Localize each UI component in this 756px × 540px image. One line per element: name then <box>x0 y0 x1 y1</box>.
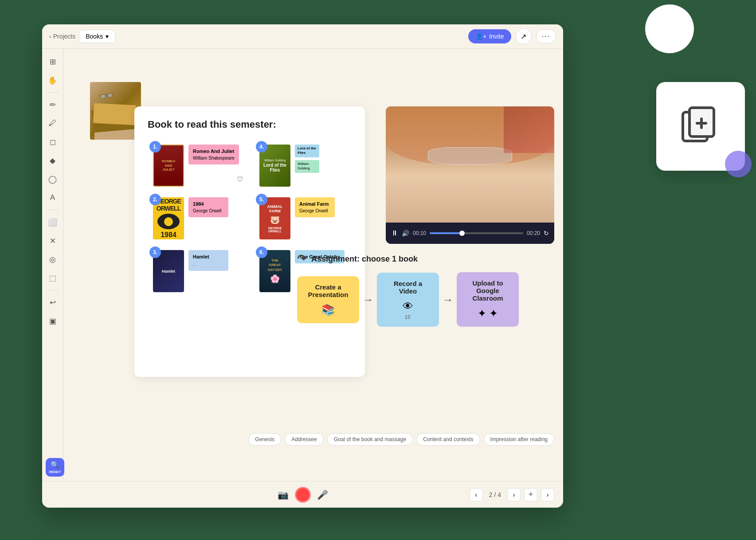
current-project-selector[interactable]: Books ▾ <box>79 30 115 43</box>
chevron-left-icon: ‹ <box>49 33 51 40</box>
arrow-icon-2: → <box>443 293 453 306</box>
hamlet-cover-text: Hamlet <box>160 267 177 275</box>
video-face-area <box>386 106 554 223</box>
book-number-6: 6. <box>256 247 267 258</box>
book-item-2: 2. GEORGEORWELL 1984 1984 George Orwell <box>153 197 245 239</box>
pencil-tool-button[interactable]: ✏ <box>45 97 60 112</box>
book-number-5: 5. <box>256 194 267 205</box>
invite-label: Invite <box>489 33 504 40</box>
step-3-upload: Upload toGoogleClasroom ✦ ✦ <box>457 272 519 327</box>
reset-icon: 🔍 <box>51 461 59 469</box>
bg-decorative-circle <box>645 4 694 53</box>
floating-accent-circle <box>725 151 752 177</box>
step-2-record-video: Record aVideo 👁 15' <box>377 273 439 327</box>
microphone-button[interactable]: 🎤 <box>317 489 328 500</box>
assignment-title-area: ↷ Assignment: choose 1 book <box>297 253 554 265</box>
book-number-4: 4. <box>256 141 267 153</box>
last-page-button[interactable]: › <box>541 488 554 501</box>
fill-tool-button[interactable]: ◆ <box>45 153 60 168</box>
select-tool-button[interactable]: ⬜ <box>45 215 60 230</box>
book-item-3: 3. Hamlet Hamlet ... <box>153 250 245 292</box>
more-dots-label: ··· <box>542 32 550 40</box>
orwell-sticky: 1984 George Orwell <box>188 197 228 217</box>
lotf-stickies: Lord of the Flies William Golding <box>295 145 319 173</box>
step-2-icon: 👁 <box>385 300 431 313</box>
tab-addressee-label: Addressee <box>291 436 317 442</box>
camera-button[interactable]: 📷 <box>278 489 289 500</box>
book-number-3: 3. <box>149 247 161 258</box>
video-content <box>386 106 554 223</box>
tab-content-label: Content and contexts <box>423 436 473 442</box>
frame-select-button[interactable]: ⬚ <box>45 270 60 286</box>
lotf-sticky-1: Lord of the Flies <box>295 145 319 157</box>
shape-tool-button[interactable]: ◯ <box>45 172 60 187</box>
book-stack-graphic: 👓 <box>90 82 141 140</box>
toolbar-divider-2 <box>47 210 59 210</box>
page-indicator: 2 / 4 <box>486 491 505 498</box>
video-player: ⏸ 🔊 00:10 00:20 ↻ <box>386 106 554 244</box>
book-item-1: 1. ROMEOANDJULIET Romeo And Juliet Willi… <box>153 145 245 187</box>
book-number-1: 1. <box>149 141 161 153</box>
copy-plus-icon <box>678 103 723 148</box>
tab-genesis[interactable]: Genesis <box>248 433 281 446</box>
more-options-button[interactable]: ··· <box>536 29 556 43</box>
tab-impression-label: Impression after reading <box>490 436 548 442</box>
recording-controls: 📷 🎤 <box>278 487 328 503</box>
tab-genesis-label: Genesis <box>255 436 274 442</box>
app-window: ‹ Projects Books ▾ 👤+ Invite ↗ ··· ⊞ ✋ <box>42 24 563 508</box>
assignment-area: ↷ Assignment: choose 1 book Create aPres… <box>297 253 554 355</box>
current-project-label: Books <box>86 33 103 40</box>
projects-link[interactable]: ‹ Projects <box>49 33 75 40</box>
step-1-icon: 📚 <box>305 304 351 316</box>
video-progress-bar[interactable] <box>430 232 523 234</box>
step-2-sub: 15' <box>385 314 431 320</box>
video-time-total: 00:20 <box>527 230 540 236</box>
tab-goal[interactable]: Goal of the book and massage <box>327 433 413 446</box>
step-3-icon: ✦ ✦ <box>465 307 511 320</box>
tab-content[interactable]: Content and contexts <box>416 433 480 446</box>
tab-goal-label: Goal of the book and massage <box>334 436 406 442</box>
prev-page-button[interactable]: ‹ <box>470 488 483 501</box>
volume-button[interactable]: 🔊 <box>402 230 409 237</box>
add-page-button[interactable]: + <box>524 488 537 501</box>
tab-addressee[interactable]: Addressee <box>285 433 323 446</box>
invite-button[interactable]: 👤+ Invite <box>468 29 511 43</box>
tab-impression[interactable]: Impression after reading <box>484 433 554 446</box>
video-progress-thumb <box>459 231 465 236</box>
video-bg-decor <box>504 106 554 153</box>
reset-button[interactable]: 🔍 RESET <box>46 458 64 477</box>
target-tool-button[interactable]: ◎ <box>45 252 60 267</box>
video-progress-fill <box>430 232 462 234</box>
text-tool-button[interactable]: A <box>45 190 60 205</box>
animalfarm-cover-text: ANIMALFARM 🐷 GEORGE ORWELL <box>259 203 290 235</box>
next-page-button[interactable]: › <box>507 488 521 501</box>
book-item-4: 4. William Golding Lord of the Flies Lor… <box>259 145 352 187</box>
hand-tool-button[interactable]: ✋ <box>45 73 60 88</box>
record-button[interactable] <box>295 487 311 503</box>
eraser-tool-button[interactable]: ◻ <box>45 134 60 149</box>
replay-button[interactable]: ↻ <box>544 230 549 237</box>
romeo-cover-text: ROMEOANDJULIET <box>162 159 175 172</box>
main-card-title: Book to read this semester: <box>148 119 352 130</box>
marker-tool-button[interactable]: 🖊 <box>45 116 60 131</box>
gatsby-cover-text: THEGREATGATSBY 🌸 <box>266 257 284 286</box>
left-toolbar: ⊞ ✋ ✏ 🖊 ◻ ◆ ◯ A ⬜ ✕ ◎ ⬚ ↩ ▣ <box>42 49 63 481</box>
page-nav-controls: ‹ 2 / 4 › <box>470 488 521 501</box>
copy-icon-group <box>678 103 723 149</box>
projects-label: Projects <box>53 33 76 40</box>
bottom-bar: 🔍 RESET 📷 🎤 ‹ 2 / 4 › + › <box>42 481 563 508</box>
present-button[interactable]: ▣ <box>45 313 60 329</box>
close-tool-button[interactable]: ✕ <box>45 233 60 248</box>
romeo-sticky: Romeo And Juliet William Shakespeare ♡ <box>188 145 239 164</box>
bottom-tabs: Genesis Addressee Goal of the book and m… <box>248 433 554 446</box>
play-pause-button[interactable]: ⏸ <box>391 229 398 237</box>
video-controls: ⏸ 🔊 00:10 00:20 ↻ <box>386 223 554 244</box>
step-1-create-presentation: Create aPresentation 📚 <box>297 276 359 323</box>
frames-tool-button[interactable]: ⊞ <box>45 54 60 69</box>
book-layer-3 <box>93 103 136 125</box>
undo-button[interactable]: ↩ <box>45 295 60 310</box>
hamlet-sticky: Hamlet ... <box>188 250 228 271</box>
assignment-title: Assignment: choose 1 book <box>311 254 418 264</box>
glasses-graphic: 👓 <box>98 87 115 105</box>
share-button[interactable]: ↗ <box>516 28 532 44</box>
